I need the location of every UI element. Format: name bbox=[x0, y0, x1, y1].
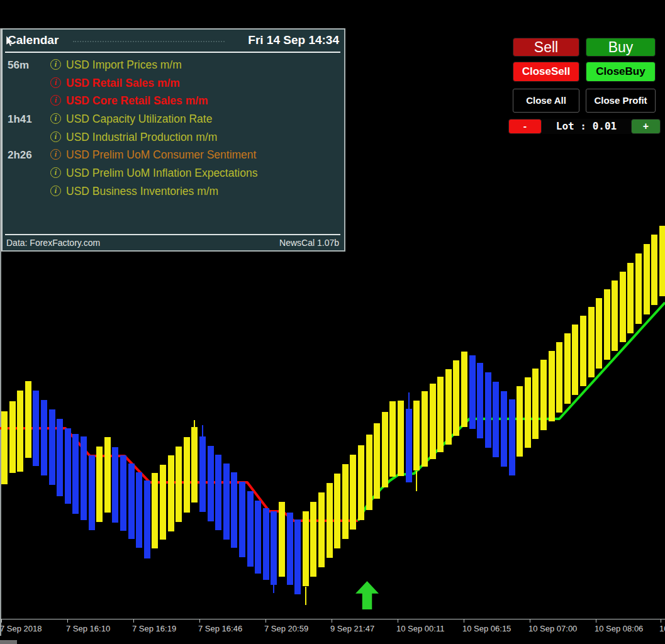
bull-bar bbox=[549, 351, 555, 421]
info-icon[interactable]: i bbox=[50, 113, 61, 124]
time-axis-label: 10 Sep 00:11 bbox=[396, 624, 444, 633]
calendar-event-row: iUSD Industrial Production m/m bbox=[3, 129, 344, 147]
axis-tick bbox=[398, 619, 398, 623]
bull-bar bbox=[398, 401, 404, 476]
time-axis-line bbox=[0, 619, 665, 619]
info-icon[interactable]: i bbox=[50, 59, 61, 70]
bull-bar bbox=[17, 391, 23, 472]
event-label: USD Capacity Utilization Rate bbox=[66, 113, 212, 126]
calendar-event-row: iUSD Retail Sales m/m bbox=[3, 75, 344, 93]
bull-bar bbox=[334, 474, 340, 548]
bear-bar bbox=[120, 455, 126, 531]
bull-bar bbox=[1, 411, 8, 484]
bull-bar bbox=[564, 333, 571, 404]
bull-bar bbox=[430, 384, 436, 459]
calendar-data-source: Data: ForexFactory.com bbox=[6, 238, 100, 248]
bear-bar bbox=[136, 472, 142, 548]
info-icon[interactable]: i bbox=[50, 131, 61, 142]
bear-bar bbox=[493, 382, 499, 457]
calendar-event-row: iUSD Business Inventories m/m bbox=[3, 183, 344, 201]
mouse-cursor-icon bbox=[6, 36, 15, 47]
bar-wick bbox=[202, 425, 203, 437]
bar-wick bbox=[416, 471, 417, 491]
bull-bar bbox=[104, 437, 111, 513]
bull-bar bbox=[572, 325, 578, 395]
bull-bar bbox=[627, 263, 634, 333]
bull-bar bbox=[191, 427, 198, 502]
bull-bar bbox=[184, 437, 190, 513]
bear-bar bbox=[263, 508, 269, 580]
bear-bar bbox=[128, 464, 135, 539]
close-all-button[interactable]: Close All bbox=[513, 89, 579, 113]
bear-bar bbox=[271, 511, 277, 585]
bear-bar bbox=[89, 455, 95, 530]
bear-bar bbox=[215, 455, 221, 530]
bull-bar bbox=[160, 465, 166, 540]
bull-bar bbox=[9, 401, 16, 473]
bull-bar bbox=[318, 492, 325, 567]
calendar-version: NewsCal 1.07b bbox=[279, 238, 339, 248]
time-axis-label: 7 Sep 2018 bbox=[0, 624, 42, 633]
info-icon[interactable]: i bbox=[50, 149, 61, 160]
bull-bar bbox=[517, 386, 523, 457]
bear-bar bbox=[223, 464, 230, 540]
bear-bar bbox=[406, 409, 412, 482]
lot-increase-button[interactable]: + bbox=[631, 119, 661, 134]
calendar-rows: 56miUSD Import Prices m/miUSD Retail Sal… bbox=[3, 57, 344, 201]
bear-bar bbox=[199, 436, 206, 512]
bull-bar bbox=[279, 502, 285, 577]
close-sell-button[interactable]: CloseSell bbox=[513, 62, 579, 82]
axis-tick bbox=[1, 619, 2, 623]
calendar-event-row: iUSD Core Retail Sales m/m bbox=[3, 92, 344, 111]
lot-decrease-button[interactable]: - bbox=[508, 119, 542, 134]
window-corner-fragment bbox=[0, 640, 17, 644]
bar-wick bbox=[194, 420, 195, 428]
event-label: USD Core Retail Sales m/m bbox=[66, 94, 208, 108]
axis-tick bbox=[464, 619, 464, 623]
bear-bar bbox=[239, 482, 245, 557]
calendar-event-row: iUSD Prelim UoM Inflation Expectations bbox=[3, 165, 344, 183]
bull-bar bbox=[580, 316, 586, 386]
bar-wick bbox=[273, 585, 274, 593]
bear-bar bbox=[509, 399, 515, 475]
sell-button[interactable]: Sell bbox=[513, 38, 579, 57]
info-icon[interactable]: i bbox=[50, 167, 61, 178]
bear-bar bbox=[49, 409, 55, 485]
bull-bar bbox=[152, 473, 158, 548]
bull-bar bbox=[176, 447, 182, 522]
bear-bar bbox=[501, 391, 507, 467]
bear-bar bbox=[287, 513, 293, 585]
bull-bar bbox=[168, 455, 174, 531]
bear-bar bbox=[81, 436, 87, 520]
bull-bar bbox=[525, 377, 531, 448]
bull-bar bbox=[620, 272, 626, 342]
axis-tick bbox=[67, 619, 68, 623]
buy-button[interactable]: Buy bbox=[586, 38, 656, 57]
event-countdown: 2h26 bbox=[8, 149, 44, 162]
event-countdown: 1h41 bbox=[8, 113, 44, 126]
bull-bar bbox=[25, 381, 31, 458]
time-axis-label: 7 Sep 16:46 bbox=[198, 624, 242, 633]
info-icon[interactable]: i bbox=[50, 77, 61, 88]
axis-tick bbox=[265, 619, 266, 623]
bear-bar bbox=[41, 400, 47, 475]
bear-bar bbox=[33, 391, 39, 466]
bear-bar bbox=[144, 480, 150, 558]
bear-bar bbox=[57, 419, 63, 496]
bull-bar bbox=[413, 401, 420, 470]
bear-bar bbox=[231, 472, 237, 548]
bear-bar bbox=[485, 372, 491, 448]
info-icon[interactable]: i bbox=[50, 186, 61, 196]
close-buy-button[interactable]: CloseBuy bbox=[586, 62, 656, 82]
axis-tick bbox=[199, 619, 200, 623]
bull-bar bbox=[588, 307, 595, 377]
close-profit-button[interactable]: Close Profit bbox=[586, 89, 656, 113]
time-axis-label: 9 Sep 21:47 bbox=[330, 624, 374, 633]
bull-bar bbox=[635, 253, 642, 324]
bull-bar bbox=[644, 244, 650, 314]
bull-bar bbox=[350, 455, 356, 530]
lot-size-display: Lot : 0.01 bbox=[542, 119, 631, 134]
time-axis-label: 10 S bbox=[659, 624, 665, 633]
bear-bar bbox=[255, 501, 261, 574]
info-icon[interactable]: i bbox=[50, 95, 61, 106]
